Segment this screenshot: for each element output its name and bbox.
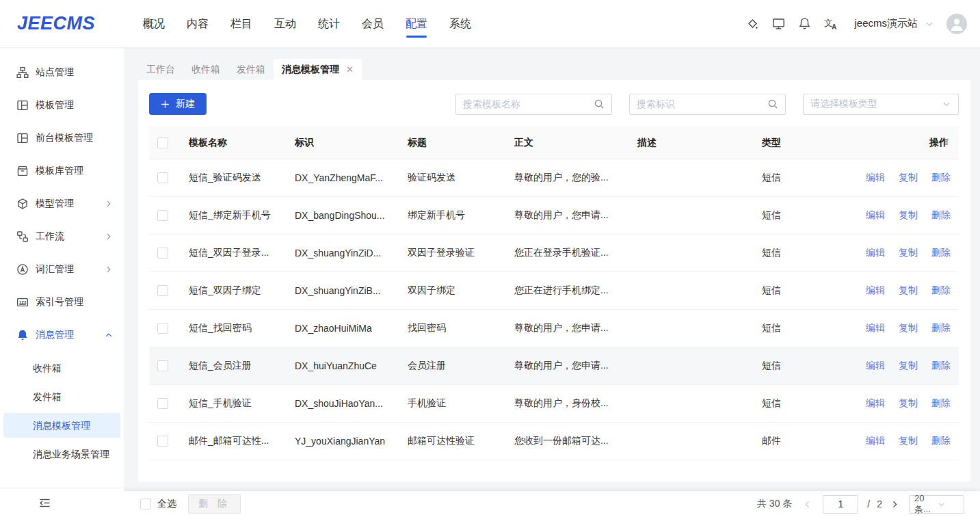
sidebar-item-label: 工作流: [36, 230, 64, 243]
sidebar-item-message-template-management[interactable]: 消息模板管理: [3, 413, 120, 438]
page-size-select[interactable]: 20条...: [909, 495, 964, 514]
delete-link[interactable]: 删除: [931, 397, 951, 408]
sidebar-item-inbox[interactable]: 收件箱: [3, 356, 120, 380]
search-template-name-input[interactable]: [463, 98, 590, 109]
delete-link[interactable]: 删除: [931, 172, 951, 183]
row-checkbox[interactable]: [157, 210, 168, 221]
site-switcher[interactable]: jeecms演示站: [854, 17, 934, 30]
table-row[interactable]: 短信_双因子登录... DX_shuangYinZiD... 双因子登录验证 您…: [149, 235, 959, 272]
sidebar-item-workflow[interactable]: 工作流: [0, 220, 124, 253]
delete-link[interactable]: 删除: [931, 209, 951, 220]
page-size-value: 20条...: [914, 493, 937, 516]
nav-item-members[interactable]: 会员: [362, 0, 384, 48]
next-page-icon[interactable]: [890, 500, 899, 509]
sidebar-item-vocabulary-management[interactable]: 词汇管理: [0, 253, 124, 286]
sidebar-item-outbox[interactable]: 发件箱: [3, 384, 120, 409]
notification-bell-icon[interactable]: [798, 17, 811, 30]
delete-link[interactable]: 删除: [931, 360, 951, 371]
edit-link[interactable]: 编辑: [866, 360, 885, 371]
nav-item-statistics[interactable]: 统计: [318, 0, 340, 48]
edit-link[interactable]: 编辑: [866, 172, 885, 183]
table-row[interactable]: 短信_手机验证 DX_shouJiHaoYan... 手机验证 尊敬的用户，身份…: [149, 385, 959, 423]
nav-item-channel[interactable]: 栏目: [230, 0, 252, 48]
delete-link[interactable]: 删除: [931, 322, 951, 333]
close-icon[interactable]: ✕: [346, 59, 354, 80]
sidebar-item-front-template-management[interactable]: 前台模板管理: [0, 122, 124, 155]
cell-title: 手机验证: [408, 397, 514, 410]
edit-link[interactable]: 编辑: [866, 397, 885, 408]
nav-item-overview[interactable]: 概况: [143, 0, 165, 48]
batch-delete-button[interactable]: 删 除: [188, 494, 241, 514]
prev-page-icon[interactable]: [803, 500, 812, 509]
copy-link[interactable]: 复制: [899, 397, 918, 408]
copy-link[interactable]: 复制: [899, 284, 918, 295]
table-body: 短信_验证码发送 DX_YanZhengMaF... 验证码发送 尊敬的用户，您…: [149, 159, 959, 460]
search-code-input[interactable]: [637, 98, 763, 109]
theme-icon[interactable]: [746, 17, 759, 30]
copy-link[interactable]: 复制: [899, 322, 918, 333]
row-checkbox[interactable]: [157, 248, 168, 258]
search-icon[interactable]: [594, 98, 605, 109]
nav-item-content[interactable]: 内容: [187, 0, 209, 48]
cell-code: YJ_youXiangJianYan: [295, 436, 408, 447]
edit-link[interactable]: 编辑: [866, 209, 885, 220]
table-row[interactable]: 短信_会员注册 DX_huiYuanZhuCe 会员注册 尊敬的用户，您申请..…: [149, 347, 959, 385]
cell-type: 邮件: [762, 435, 855, 447]
row-checkbox[interactable]: [157, 436, 168, 447]
edit-link[interactable]: 编辑: [866, 322, 885, 333]
plus-icon: [161, 100, 170, 109]
translate-icon[interactable]: 文 A: [824, 17, 838, 30]
select-all-checkbox[interactable]: [140, 499, 151, 509]
new-button[interactable]: 新建: [149, 93, 207, 115]
sidebar-item-template-management[interactable]: 模板管理: [0, 89, 124, 122]
copy-link[interactable]: 复制: [899, 435, 918, 446]
chevron-down-icon: [942, 99, 951, 109]
tab-message-template-management[interactable]: 消息模板管理 ✕: [274, 59, 362, 80]
delete-link[interactable]: 删除: [931, 247, 951, 258]
table-row[interactable]: 短信_绑定新手机号 DX_bangDingShou... 绑定新手机号 尊敬的用…: [149, 197, 959, 235]
table-row[interactable]: 邮件_邮箱可达性... YJ_youXiangJianYan 邮箱可达性验证 您…: [149, 423, 959, 460]
edit-link[interactable]: 编辑: [866, 435, 885, 446]
brand-logo[interactable]: JEECMS: [0, 13, 124, 34]
row-checkbox[interactable]: [157, 323, 168, 334]
page-number-input[interactable]: [823, 495, 858, 514]
sidebar-item-site-management[interactable]: 站点管理: [0, 56, 124, 89]
sidebar-item-model-management[interactable]: 模型管理: [0, 187, 124, 220]
avatar[interactable]: [946, 14, 967, 34]
copy-link[interactable]: 复制: [899, 209, 918, 220]
copy-link[interactable]: 复制: [899, 247, 918, 258]
delete-link[interactable]: 删除: [931, 284, 951, 295]
collapse-sidebar-icon[interactable]: [38, 496, 51, 509]
tab-inbox[interactable]: 收件箱: [183, 59, 228, 80]
copy-link[interactable]: 复制: [899, 360, 918, 371]
sidebar-item-message-management[interactable]: 消息管理: [0, 319, 124, 352]
cell-type: 短信: [762, 360, 855, 372]
sidebar-item-template-library[interactable]: 模板库管理: [0, 155, 124, 187]
search-icon[interactable]: [767, 98, 778, 109]
nav-item-interaction[interactable]: 互动: [274, 0, 296, 48]
row-checkbox[interactable]: [157, 172, 168, 183]
copy-link[interactable]: 复制: [899, 172, 918, 183]
cell-body: 尊敬的用户，您申请...: [514, 209, 637, 222]
table-row[interactable]: 短信_双因子绑定 DX_shuangYinZiB... 双因子绑定 您正在进行手…: [149, 272, 959, 310]
cell-title: 双因子绑定: [408, 284, 514, 297]
table-row[interactable]: 短信_验证码发送 DX_YanZhengMaF... 验证码发送 尊敬的用户，您…: [149, 159, 959, 197]
nav-item-config[interactable]: 配置: [406, 0, 427, 48]
tab-outbox[interactable]: 发件箱: [228, 59, 274, 80]
row-checkbox[interactable]: [157, 360, 168, 371]
table-row[interactable]: 短信_找回密码 DX_zhaoHuiMiMa 找回密码 尊敬的用户，您申请...…: [149, 310, 959, 347]
svg-text:123: 123: [19, 300, 27, 304]
tab-workbench[interactable]: 工作台: [138, 59, 183, 80]
sidebar-item-index-number-management[interactable]: 123 索引号管理: [0, 286, 124, 319]
nav-item-system[interactable]: 系统: [449, 0, 471, 48]
template-type-select[interactable]: 请选择模板类型: [803, 94, 959, 115]
edit-link[interactable]: 编辑: [866, 284, 885, 295]
row-checkbox[interactable]: [157, 398, 168, 409]
delete-link[interactable]: 删除: [931, 435, 951, 446]
sidebar-item-message-scene-management[interactable]: 消息业务场景管理: [3, 442, 120, 466]
edit-link[interactable]: 编辑: [866, 247, 885, 258]
monitor-icon[interactable]: [772, 17, 785, 30]
row-checkbox[interactable]: [157, 285, 168, 296]
select-all-header-checkbox[interactable]: [157, 137, 168, 148]
search-template-name-box: [455, 94, 612, 115]
